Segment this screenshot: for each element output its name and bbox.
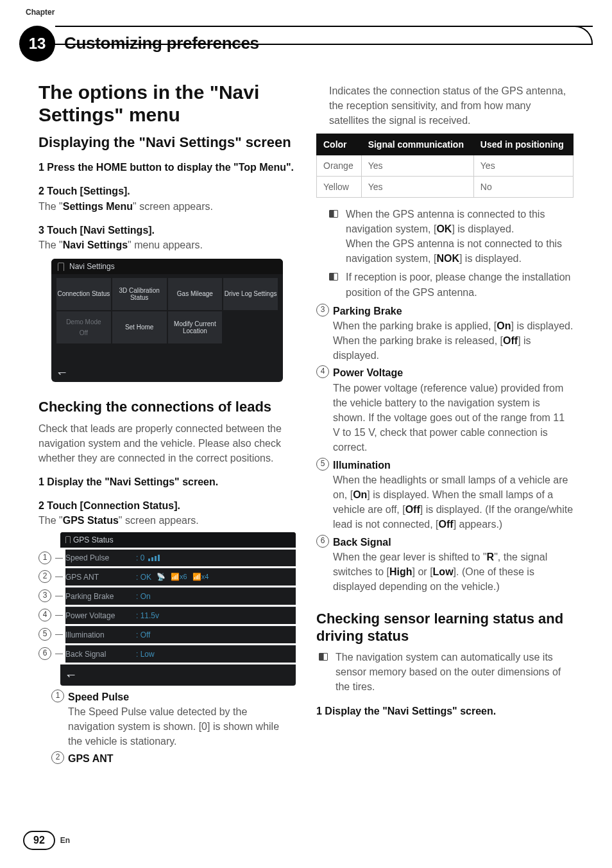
step-1b: 1 Display the "Navi Settings" screen. — [38, 474, 296, 489]
enum-text: Speed Pulse The Speed Pulse value detect… — [68, 690, 296, 749]
gps-row-value: : Low — [136, 650, 155, 659]
tile-3d-calibration: 3D Calibration Status — [112, 278, 167, 310]
step-1: 1 Press the HOME button to display the "… — [38, 160, 296, 175]
t: Off — [80, 329, 88, 337]
enum-body: The Speed Pulse value detected by the na… — [68, 706, 279, 747]
t: " screen appears. — [133, 201, 213, 212]
gps-status-screenshot-wrap: GPS Status 1 — Speed Pulse : 0 2 — [38, 532, 296, 686]
left-column: The options in the "Navi Settings" menu … — [38, 81, 296, 810]
table-header: Color — [317, 134, 362, 155]
tile-demo-mode: Demo Mode Off — [56, 311, 111, 343]
t: " screen — [235, 134, 291, 150]
subsection-title: Checking sensor learning status and driv… — [316, 611, 574, 645]
callout-3: 3 — [38, 589, 51, 602]
table-cell: Yes — [361, 176, 473, 197]
bullet-item: If reception is poor, please change the … — [329, 270, 574, 299]
enum-label: Power Voltage — [333, 367, 403, 378]
t: Low — [433, 566, 454, 577]
tile-connection-status: Connection Status — [56, 278, 111, 310]
enum-item-4: 4 Power Voltage The power voltage (refer… — [316, 365, 574, 455]
callout-arrow: — — [55, 591, 65, 600]
back-icon: ↽ — [60, 664, 296, 686]
gps-row-value: : On — [136, 592, 151, 601]
table-header: Signal communication — [361, 134, 473, 155]
sat-icon: 📡 — [157, 573, 166, 581]
callout-2: 2 — [38, 570, 51, 583]
enum-item-6: 6 Back Signal When the gear lever is shi… — [316, 535, 574, 595]
callout-5: 5 — [38, 628, 51, 641]
paragraph: Indicates the connection status of the G… — [329, 83, 574, 128]
enum-label: Speed Pulse — [68, 691, 129, 702]
t: Settings Menu — [63, 201, 133, 212]
t: Navi Settings — [146, 134, 235, 150]
circled-1-icon: 1 — [51, 690, 64, 702]
callout-arrow: — — [55, 649, 65, 658]
table-row: Yellow Yes No — [317, 176, 574, 197]
enum-label: Back Signal — [333, 537, 391, 548]
table-cell: Yes — [361, 155, 473, 176]
t: When the gear lever is shifted to " — [333, 551, 487, 562]
section-title: The options in the "Navi Settings" menu — [38, 81, 296, 126]
t: The " — [38, 239, 63, 250]
sat-count: 📶x6 — [171, 573, 187, 581]
t: " menu — [114, 104, 180, 125]
callout-arrow: — — [55, 630, 65, 639]
screenshot-title: Navi Settings — [51, 259, 283, 274]
t: ] is displayed. — [459, 253, 522, 264]
t: " menu appears. — [128, 239, 203, 250]
enum-label: Parking Brake — [333, 306, 402, 317]
enum-label: Illumination — [333, 460, 391, 471]
t: OK — [436, 223, 452, 234]
enum-text: GPS ANT — [68, 751, 296, 766]
footer: 92 En — [23, 831, 70, 850]
speed-bars-icon — [148, 555, 160, 561]
enum-item-1: 1 Speed Pulse The Speed Pulse value dete… — [51, 690, 296, 749]
callout-arrow: — — [55, 572, 65, 581]
rule — [19, 44, 593, 45]
tile-drive-log: Drive Log Settings — [223, 278, 278, 310]
enum-item-5: 5 Illumination When the headlights or sm… — [316, 458, 574, 532]
callout-arrow: — — [55, 611, 65, 620]
content-columns: The options in the "Navi Settings" menu … — [38, 81, 574, 810]
t: ] is displayed. — [452, 223, 514, 234]
enum-text: Parking Brake When the parking brake is … — [333, 304, 574, 363]
enum-text: Power Voltage The power voltage (referen… — [333, 365, 574, 455]
callout-6: 6 — [38, 647, 51, 660]
rule — [55, 26, 593, 27]
step-2b: 2 Touch [Connection Status]. — [38, 498, 296, 513]
tile-set-home: Set Home — [112, 311, 167, 343]
callout-arrow: — — [55, 553, 65, 562]
tile-grid: Connection Status 3D Calibration Status … — [51, 274, 283, 347]
bullet-item: When the GPS antenna is connected to thi… — [329, 207, 574, 266]
enum-item-3: 3 Parking Brake When the parking brake i… — [316, 304, 574, 363]
gps-row-value: : 0 — [136, 553, 144, 562]
subsection-title: Displaying the "Navi Settings" screen — [38, 134, 296, 151]
enum-item-2: 2 GPS ANT — [51, 751, 296, 766]
t: High — [389, 566, 412, 577]
t: Off — [503, 335, 518, 346]
bullet-list: When the GPS antenna is connected to thi… — [329, 207, 574, 300]
rule-curve — [574, 26, 593, 45]
table-header: Used in positioning — [473, 134, 573, 155]
table-cell: Yes — [473, 155, 573, 176]
t: ] or [ — [412, 566, 433, 577]
enum-list: 1 Speed Pulse The Speed Pulse value dete… — [51, 690, 296, 767]
step-3-body: The "Navi Settings" menu appears. — [38, 238, 296, 252]
step-1c: 1 Display the "Navi Settings" screen. — [316, 704, 574, 718]
chapter-label: Chapter — [26, 8, 55, 17]
step-2-body: The "Settings Menu" screen appears. — [38, 199, 296, 214]
t: Demo Mode — [66, 318, 101, 326]
enum-body: The power voltage (reference value) prov… — [333, 383, 565, 453]
bullet-item: The navigation system can automatically … — [319, 650, 574, 695]
subsection-title: Checking the connections of leads — [38, 399, 296, 415]
t: ] appears.) — [454, 519, 502, 530]
screenshot-title: GPS Status — [60, 532, 296, 548]
header-bar: 13 Customizing preferences — [19, 26, 593, 64]
enum-text: Back Signal When the gear lever is shift… — [333, 535, 574, 595]
callout-1: 1 — [38, 551, 51, 564]
language-label: En — [60, 836, 70, 845]
t: Displaying the " — [38, 134, 146, 150]
gps-color-table: Color Signal communication Used in posit… — [316, 134, 574, 198]
t: x6 — [180, 573, 187, 580]
step-2: 2 Touch [Settings]. — [38, 184, 296, 198]
